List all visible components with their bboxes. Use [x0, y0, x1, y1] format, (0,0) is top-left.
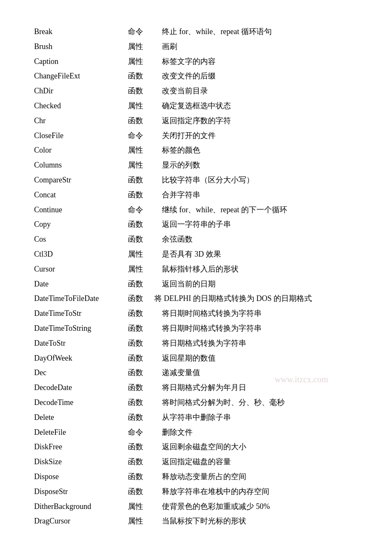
desc: 是否具有 3D 效果	[162, 248, 358, 260]
desc: 将日期时间格式转换为字符串	[162, 307, 358, 320]
desc: 合并字符串	[162, 189, 358, 201]
list-item: DateTimeToString函数将日期时间格式转换为字符串	[34, 322, 358, 335]
term: Checked	[34, 100, 128, 112]
desc: 返回当前的日期	[162, 278, 358, 290]
type: 函数	[128, 218, 162, 231]
desc: 将时间格式分解为时、分、秒、毫秒	[162, 396, 358, 409]
list-item: Chr函数返回指定序数的字符	[34, 115, 358, 127]
list-item: Color属性标签的颜色	[34, 144, 358, 156]
list-item: Dec函数递减变量值	[34, 367, 358, 379]
type: 命令	[128, 204, 162, 216]
list-item: Date函数返回当前的日期	[34, 278, 358, 290]
type: 函数	[128, 233, 162, 246]
term: DayOfWeek	[34, 352, 128, 364]
desc: 使背景色的色彩加重或减少 50%	[162, 500, 358, 513]
desc: 递减变量值	[162, 367, 358, 379]
type: 属性	[128, 144, 162, 156]
list-item: Cursor属性鼠标指针移入后的形状	[34, 263, 358, 275]
term: DecodeDate	[34, 382, 128, 394]
desc: 鼠标指针移入后的形状	[162, 263, 358, 275]
list-item: DiskSize函数返回指定磁盘的容量	[34, 456, 358, 468]
type: 函数	[128, 456, 162, 468]
list-item: Break命令终止 for、while、repeat 循环语句	[34, 26, 358, 38]
desc: 释放字符串在堆栈中的内存空间	[162, 486, 358, 498]
type: 函数	[128, 85, 162, 97]
type: 函数	[128, 367, 162, 379]
list-item: Brush属性画刷	[34, 40, 358, 53]
list-item: ChDir函数改变当前目录	[34, 85, 358, 97]
term: Continue	[34, 204, 128, 216]
list-item: Concat函数合并字符串	[34, 189, 358, 201]
type: 属性	[128, 248, 162, 260]
type: 命令	[128, 26, 162, 38]
term: Delete	[34, 411, 128, 424]
list-item: DateToStr函数将日期格式转换为字符串	[34, 337, 358, 350]
type: 属性	[128, 263, 162, 275]
type: 函数	[128, 337, 162, 350]
type: 函数	[128, 278, 162, 290]
type: 函数	[128, 382, 162, 394]
type: 函数	[128, 396, 162, 409]
term: DiskSize	[34, 456, 128, 468]
type: 函数	[128, 70, 162, 82]
list-item: Copy函数返回一字符串的子串	[34, 218, 358, 231]
desc: 改变当前目录	[162, 85, 358, 97]
list-item: Checked属性确定复选框选中状态	[34, 100, 358, 112]
desc: 删除文件	[162, 426, 358, 439]
list-item: DateTimeToStr函数将日期时间格式转换为字符串	[34, 307, 358, 320]
list-item: DisposeStr函数释放字符串在堆栈中的内存空间	[34, 486, 358, 498]
desc: 显示的列数	[162, 159, 358, 171]
desc: 终止 for、while、repeat 循环语句	[162, 26, 358, 38]
list-item: CompareStr函数比较字符串（区分大小写）	[34, 174, 358, 186]
desc: 标签的颜色	[162, 144, 358, 156]
term: DateTimeToStr	[34, 307, 128, 320]
desc: 改变文件的后缀	[162, 70, 358, 82]
desc: 关闭打开的文件	[162, 130, 358, 142]
list-item: DateTimeToFileDate函数 将 DELPHI 的日期格式转换为 D…	[34, 292, 358, 305]
desc: 返回一字符串的子串	[162, 218, 358, 231]
desc: 将 DELPHI 的日期格式转换为 DOS 的日期格式	[154, 294, 312, 303]
term: DitherBackground	[34, 500, 128, 513]
content-list: Break命令终止 for、while、repeat 循环语句Brush属性画刷…	[34, 26, 358, 527]
desc: 余弦函数	[162, 233, 358, 246]
type: 属性	[128, 515, 162, 527]
list-item: Cos函数余弦函数	[34, 233, 358, 246]
term: Color	[34, 144, 128, 156]
term: Cursor	[34, 263, 128, 275]
list-item: DayOfWeek函数返回星期的数值	[34, 352, 358, 364]
type: 函数	[128, 294, 151, 303]
term: DisposeStr	[34, 486, 128, 498]
term: Chr	[34, 115, 128, 127]
term: DateToStr	[34, 337, 128, 350]
term: CloseFile	[34, 130, 128, 142]
type: 函数	[128, 486, 162, 498]
term: Concat	[34, 189, 128, 201]
list-item: CloseFile命令关闭打开的文件	[34, 130, 358, 142]
type: 函数	[128, 441, 162, 453]
term: Caption	[34, 55, 128, 68]
desc: 继续 for、while、repeat 的下一个循环	[162, 204, 358, 216]
term: DiskFree	[34, 441, 128, 453]
desc: 返回指定磁盘的容量	[162, 456, 358, 468]
desc: 返回指定序数的字符	[162, 115, 358, 127]
term: Ctl3D	[34, 248, 128, 260]
type: 命令	[128, 130, 162, 142]
list-item: DitherBackground属性使背景色的色彩加重或减少 50%	[34, 500, 358, 513]
desc: 画刷	[162, 40, 358, 53]
list-item: DecodeTime函数将时间格式分解为时、分、秒、毫秒	[34, 396, 358, 409]
type: 函数	[128, 174, 162, 186]
type: 函数	[128, 189, 162, 201]
term: Columns	[34, 159, 128, 171]
term: Brush	[34, 40, 128, 53]
list-item: Columns属性显示的列数	[34, 159, 358, 171]
desc: 当鼠标按下时光标的形状	[162, 515, 358, 527]
type: 属性	[128, 500, 162, 513]
list-item: Continue命令继续 for、while、repeat 的下一个循环	[34, 204, 358, 216]
term: Break	[34, 26, 128, 38]
type: 属性	[128, 40, 162, 53]
list-item: ChangeFileExt函数改变文件的后缀	[34, 70, 358, 82]
term: DragCursor	[34, 515, 128, 527]
type: 函数	[128, 322, 162, 335]
desc: 返回剩余磁盘空间的大小	[162, 441, 358, 453]
type: 函数	[128, 307, 162, 320]
